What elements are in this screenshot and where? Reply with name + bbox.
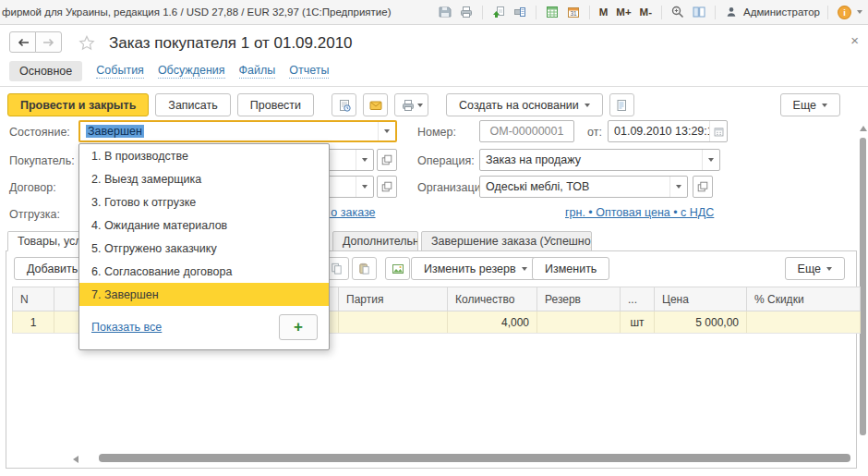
posting-report-button[interactable] [332,93,356,116]
printer-icon [401,98,416,113]
state-combo[interactable]: Завершен [78,120,397,142]
calendar-icon[interactable]: 31 [565,4,582,20]
paste-icon [357,262,371,275]
svg-text:i: i [843,7,846,18]
horizontal-scrollbar[interactable] [99,454,850,462]
memory-minus-button[interactable]: М- [638,6,654,18]
cell-price[interactable]: 5 000,00 [655,311,747,334]
cell-unit[interactable]: шт [621,311,655,334]
date-picker-button[interactable] [709,121,727,141]
user-menu[interactable]: Администратор [723,4,820,20]
document-clock-icon [337,98,352,113]
change-reserve-button[interactable]: Изменить резерв [411,257,540,280]
post-button[interactable]: Провести [237,93,314,116]
tab-reports[interactable]: Отчеты [289,64,329,79]
dropdown-item[interactable]: 2. Выезд замерщика [79,167,329,190]
back-button[interactable] [9,31,36,53]
change-button[interactable]: Изменить [532,257,609,280]
table-more-button[interactable]: Еще [785,257,845,280]
dropdown-item[interactable]: 5. Отгружено заказчику [79,237,329,260]
divider [536,6,536,19]
dropdown-footer: Показать все + [79,306,329,349]
dropdown-item[interactable]: 6. Согласование договора [79,260,329,283]
divider [661,6,662,19]
organization-combo-toggle[interactable] [669,177,687,197]
dropdown-item[interactable]: 3. Готово к отгрузке [79,190,329,214]
vertical-scrollbar[interactable] [860,138,866,435]
organization-combo[interactable]: Одеські меблі, ТОВ [479,176,688,198]
col-reserve[interactable]: Резерв [537,287,621,311]
col-quantity[interactable]: Количество [448,287,537,311]
operation-combo-toggle[interactable] [702,150,719,170]
caret-down-icon [585,104,590,107]
memory-plus-button[interactable]: М+ [614,6,633,18]
operation-combo[interactable]: Заказ на продажу [479,149,720,171]
close-icon[interactable]: × [850,33,859,47]
contract-combo-toggle[interactable] [356,177,373,197]
horizontal-scroll-left-arrow[interactable] [73,456,78,463]
print-preview-icon[interactable] [512,4,528,20]
dropdown-item[interactable]: 1. В производстве [79,144,329,167]
more-button[interactable]: Еще [780,93,840,116]
caret-down-icon [362,158,368,162]
date-value: 01.09.2010 13:29:10 [609,125,709,138]
related-documents-button[interactable] [609,93,634,116]
state-combo-toggle[interactable] [378,122,395,140]
memory-button[interactable]: М [597,6,610,18]
date-label: от: [587,126,602,139]
col-discount[interactable]: % Скидки [747,287,861,311]
tab-additional[interactable]: Дополнительно [332,231,418,251]
forward-button[interactable] [35,31,62,53]
col-party[interactable]: Партия [339,287,448,311]
number-label: Номер: [417,126,456,139]
zoom-icon[interactable] [669,4,686,20]
tab-discussions[interactable]: Обсуждения [158,64,225,79]
divider [0,86,868,87]
vertical-scroll-up-arrow[interactable] [860,126,867,131]
export-icon[interactable] [490,4,507,20]
print-icon[interactable] [458,4,475,20]
dropdown-item-selected[interactable]: 7. Завершен [79,283,329,306]
tab-files[interactable]: Файлы [239,64,276,79]
shipment-label: Отгрузка: [9,208,60,221]
paste-row-button[interactable] [352,257,377,280]
caret-down-icon [522,267,527,271]
cell-quantity[interactable]: 4,000 [448,311,537,334]
email-button[interactable] [363,93,388,116]
image-button[interactable] [385,257,410,280]
tab-main[interactable]: Основное [9,61,82,81]
caret-down-icon[interactable] [857,10,862,14]
split-view-icon[interactable] [691,4,707,20]
customer-combo-toggle[interactable] [356,150,373,170]
col-price[interactable]: Цена [655,287,747,311]
customer-open-button[interactable] [377,149,397,171]
save-icon[interactable] [437,4,453,20]
add-state-button[interactable]: + [279,314,318,340]
caret-down-icon [384,129,390,133]
write-button[interactable]: Записать [155,93,230,116]
contract-open-button[interactable] [377,176,397,198]
history-nav [9,31,62,53]
col-ellipsis[interactable]: ... [621,287,655,311]
cell-discount[interactable] [747,311,861,334]
cell-party[interactable] [339,311,448,334]
organization-open-button[interactable] [693,176,713,198]
date-field[interactable]: 01.09.2010 13:29:10 [608,120,728,142]
cell-reserve[interactable] [537,311,621,334]
post-and-close-button[interactable]: Провести и закрыть [7,93,149,116]
show-all-link[interactable]: Показать все [91,321,162,334]
create-based-on-button[interactable]: Создать на основании [446,93,603,116]
cell-n[interactable]: 1 [13,311,54,334]
state-selected-text: Завершен [86,125,144,138]
tab-order-completion[interactable]: Завершение заказа (Успешно) [421,231,592,251]
tab-events[interactable]: События [96,64,144,79]
calculator-icon[interactable] [544,4,561,20]
dropdown-item[interactable]: 4. Ожидание материалов [79,214,329,237]
info-icon[interactable]: i [836,4,852,20]
currency-price-link[interactable]: грн. • Оптовая цена • с НДС [565,206,714,219]
favorite-star-icon[interactable] [78,34,96,53]
print-menu-button[interactable] [394,93,428,116]
col-n[interactable]: N [13,287,54,311]
number-field[interactable]: ОМ-00000001 [479,120,574,142]
user-name: Администратор [743,6,820,18]
